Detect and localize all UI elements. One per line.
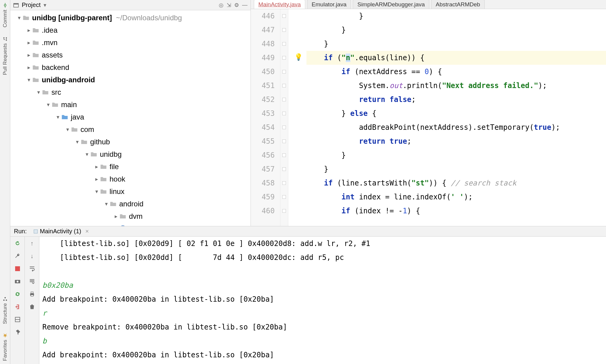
down-button[interactable]: ↓ xyxy=(28,252,36,260)
code-area[interactable]: } } } if ("n".equals(line)) { if (nextAd… xyxy=(306,9,606,226)
code-line[interactable]: if ("n".equals(line)) { xyxy=(306,51,606,65)
chevron-down-icon[interactable]: ▾ xyxy=(93,188,100,195)
intention-bulb-icon[interactable]: 💡 xyxy=(294,53,303,61)
tree-row[interactable]: ▸file xyxy=(10,160,251,173)
fold-marker[interactable] xyxy=(282,14,286,18)
tree-row[interactable]: ▾com xyxy=(10,123,251,136)
exit-button[interactable] xyxy=(13,303,22,311)
trash-button[interactable] xyxy=(28,303,36,311)
editor-tab[interactable]: AbstractARMDeb xyxy=(431,0,485,9)
tree-row[interactable]: ▾java xyxy=(10,111,251,123)
rail-favorites[interactable]: Favorites xyxy=(2,333,8,361)
fold-marker[interactable] xyxy=(282,195,286,199)
fold-marker[interactable] xyxy=(282,42,286,46)
code-line[interactable]: System.out.println("Next address failed.… xyxy=(306,79,606,93)
fold-marker[interactable] xyxy=(282,209,286,213)
fold-marker[interactable] xyxy=(282,112,286,115)
tree-row[interactable]: ▸backend xyxy=(10,61,251,74)
sync-button[interactable] xyxy=(13,290,22,298)
settings-icon[interactable]: ⚙ xyxy=(234,2,239,8)
tree-row[interactable]: ▸.idea xyxy=(10,24,251,36)
code-line[interactable]: return false; xyxy=(306,93,606,107)
console-output[interactable]: [libtest-lib.so] [0x020d9] [ 02 f1 01 0e… xyxy=(39,237,606,364)
editor-body[interactable]: 4464474484494504514524534544554564574584… xyxy=(251,9,606,226)
line-number: 456 xyxy=(251,148,275,162)
tree-row[interactable]: ▾linux xyxy=(10,185,251,198)
fold-marker[interactable] xyxy=(282,167,286,171)
editor-tab[interactable]: Emulator.java xyxy=(307,0,351,9)
editor-tab[interactable]: MainActivity.java xyxy=(254,0,305,9)
fold-marker[interactable] xyxy=(282,153,286,157)
tree-row[interactable]: ▸assets xyxy=(10,49,251,61)
rail-structure[interactable]: Structure xyxy=(2,297,8,324)
tree-row[interactable]: ▸.mvn xyxy=(10,36,251,49)
tree-row[interactable]: ▾github xyxy=(10,136,251,148)
wrench-button[interactable] xyxy=(13,252,22,260)
tree-row[interactable]: ▾unidbg-android xyxy=(10,74,251,86)
code-line[interactable]: if (line.startsWith("st")) { // search s… xyxy=(306,176,606,190)
chevron-down-icon[interactable]: ▾ xyxy=(84,151,90,158)
stop-button[interactable] xyxy=(13,264,22,273)
code-line[interactable]: int index = line.indexOf(' '); xyxy=(306,190,606,204)
tree-row[interactable]: ▾main xyxy=(10,98,251,111)
code-line[interactable]: } xyxy=(306,9,606,23)
code-line[interactable]: if (nextAddress == 0) { xyxy=(306,65,606,79)
chevron-down-icon[interactable]: ▾ xyxy=(44,2,46,8)
chevron-down-icon[interactable]: ▾ xyxy=(64,126,71,133)
project-tree[interactable]: ▾ unidbg [unidbg-parent] ~/Downloads/uni… xyxy=(10,10,251,226)
fold-marker[interactable] xyxy=(282,84,286,87)
scroll-end-button[interactable] xyxy=(28,277,36,286)
code-line[interactable]: } xyxy=(306,148,606,162)
editor-tab[interactable]: SimpleARMDebugger.java xyxy=(353,0,429,9)
close-icon[interactable]: × xyxy=(85,228,89,234)
fold-marker[interactable] xyxy=(282,139,286,143)
fold-marker[interactable] xyxy=(282,28,286,32)
chevron-down-icon[interactable]: ▾ xyxy=(74,139,80,145)
rail-pull-requests[interactable]: Pull Requests xyxy=(2,37,8,75)
chevron-right-icon[interactable]: ▸ xyxy=(93,163,100,170)
code-line[interactable]: } xyxy=(306,23,606,37)
tree-root[interactable]: ▾ unidbg [unidbg-parent] ~/Downloads/uni… xyxy=(10,11,251,24)
target-icon[interactable]: ◎ xyxy=(219,2,224,8)
chevron-down-icon[interactable]: ▾ xyxy=(16,15,22,21)
fold-marker[interactable] xyxy=(282,126,286,129)
fold-marker[interactable] xyxy=(282,181,286,185)
chevron-down-icon[interactable]: ▾ xyxy=(35,89,42,96)
hide-icon[interactable]: — xyxy=(242,2,247,8)
up-button[interactable]: ↑ xyxy=(28,239,36,248)
chevron-down-icon[interactable]: ▾ xyxy=(25,77,32,83)
chevron-right-icon[interactable]: ▸ xyxy=(93,176,100,182)
collapse-icon[interactable]: ⇲ xyxy=(227,2,231,8)
fold-marker[interactable] xyxy=(282,56,286,60)
chevron-right-icon[interactable]: ▸ xyxy=(25,39,32,46)
rerun-button[interactable] xyxy=(13,239,22,248)
tree-row[interactable]: ▾src xyxy=(10,86,251,98)
code-line[interactable]: } else { xyxy=(306,107,606,120)
chevron-right-icon[interactable]: ▸ xyxy=(25,27,32,34)
chevron-down-icon[interactable]: ▾ xyxy=(45,101,51,108)
chevron-right-icon[interactable]: ▸ xyxy=(25,64,32,71)
tree-row[interactable]: ▸dvm xyxy=(10,210,251,222)
fold-marker[interactable] xyxy=(282,98,286,101)
layout-button[interactable] xyxy=(13,315,22,324)
tree-row[interactable]: CAndroidARM64Emulator xyxy=(10,222,251,226)
code-line[interactable]: if (index != -1) { xyxy=(306,204,606,218)
print-button[interactable] xyxy=(28,290,36,298)
code-line[interactable]: } xyxy=(306,162,606,176)
pin-button[interactable] xyxy=(13,328,22,336)
chevron-right-icon[interactable]: ▸ xyxy=(113,213,119,220)
chevron-down-icon[interactable]: ▾ xyxy=(103,201,110,207)
chevron-right-icon[interactable]: ▸ xyxy=(25,52,32,58)
tree-row[interactable]: ▾android xyxy=(10,198,251,210)
chevron-down-icon[interactable]: ▾ xyxy=(54,114,61,120)
code-line[interactable]: return true; xyxy=(306,134,606,148)
tree-row[interactable]: ▸hook xyxy=(10,173,251,185)
soft-wrap-button[interactable] xyxy=(28,264,36,273)
fold-marker[interactable] xyxy=(282,70,286,74)
camera-button[interactable] xyxy=(13,277,22,286)
tree-row[interactable]: ▾unidbg xyxy=(10,148,251,160)
code-line[interactable]: addBreakPoint(nextAddress).setTemporary(… xyxy=(306,120,606,134)
run-tab[interactable]: MainActivity (1) × xyxy=(31,227,91,235)
code-line[interactable]: } xyxy=(306,37,606,51)
rail-commit[interactable]: Commit xyxy=(2,3,8,28)
